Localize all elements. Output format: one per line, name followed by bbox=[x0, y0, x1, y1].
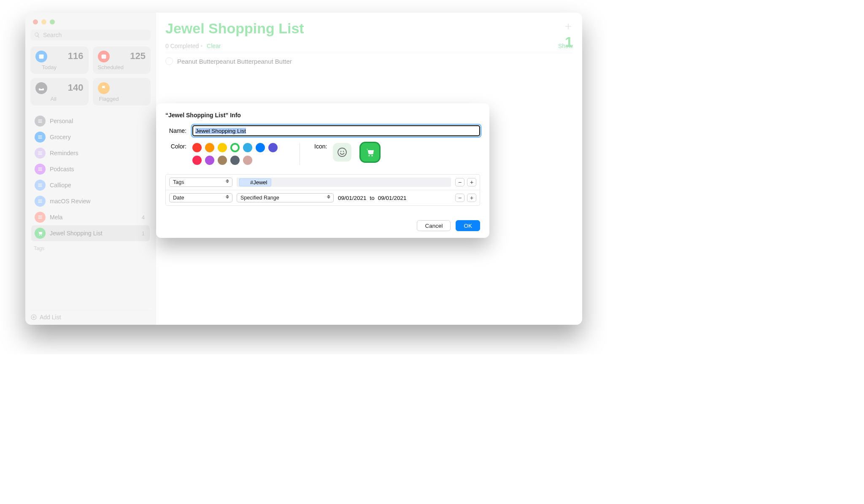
color-label: Color: bbox=[165, 143, 186, 150]
list-info-dialog: “Jewel Shopping List” Info Name: Color: … bbox=[156, 103, 489, 238]
stepper-icon bbox=[226, 179, 230, 183]
minimize-window-button[interactable] bbox=[41, 19, 46, 24]
criteria-row: Date Specified Range 09/01/2021 to 09/01… bbox=[166, 190, 480, 205]
tags-heading: Tags bbox=[30, 241, 151, 253]
svg-point-6 bbox=[338, 148, 346, 156]
today-icon bbox=[35, 51, 47, 62]
list-label: Podcasts bbox=[50, 166, 74, 172]
icon-label: Icon: bbox=[314, 143, 327, 150]
list-icon bbox=[35, 116, 46, 127]
stepper-icon bbox=[226, 195, 230, 199]
tray-icon bbox=[35, 82, 47, 94]
color-swatch[interactable] bbox=[256, 143, 265, 152]
criteria-row: Tags #Jewel − + bbox=[166, 175, 480, 190]
add-criteria-button[interactable]: + bbox=[467, 194, 476, 202]
stepper-icon bbox=[327, 195, 331, 199]
color-swatch[interactable] bbox=[192, 156, 202, 165]
color-swatch[interactable] bbox=[205, 143, 214, 152]
list-label: Grocery bbox=[50, 134, 71, 140]
color-swatch[interactable] bbox=[230, 156, 240, 165]
color-swatches bbox=[192, 143, 285, 165]
plus-circle-icon bbox=[30, 314, 37, 321]
name-label: Name: bbox=[165, 127, 186, 134]
remove-criteria-button[interactable]: − bbox=[455, 178, 464, 186]
list-label: Calliope bbox=[50, 182, 71, 189]
svg-point-7 bbox=[340, 151, 342, 152]
cart-icon bbox=[365, 147, 375, 157]
cancel-button[interactable]: Cancel bbox=[417, 220, 451, 231]
svg-rect-1 bbox=[39, 54, 44, 56]
smart-list-criteria: Tags #Jewel − + Date Specified Range bbox=[165, 174, 480, 206]
emoji-icon-option[interactable] bbox=[333, 143, 351, 162]
search-icon bbox=[34, 32, 40, 38]
clear-completed-button[interactable]: Clear bbox=[207, 43, 221, 49]
svg-rect-2 bbox=[101, 54, 106, 59]
add-list-button[interactable]: Add List bbox=[30, 310, 151, 321]
sidebar-list-item[interactable]: Podcasts bbox=[31, 161, 150, 177]
list-icon bbox=[35, 180, 46, 191]
flag-icon bbox=[98, 82, 110, 94]
list-label: Jewel Shopping List bbox=[50, 230, 103, 237]
smart-list-today[interactable]: 116 Today bbox=[30, 46, 89, 74]
smart-lists: 116 Today 125 Scheduled 140 All bbox=[30, 46, 151, 105]
sidebar-list-item[interactable]: Jewel Shopping List 1 bbox=[31, 225, 150, 241]
tag-token-field[interactable]: #Jewel bbox=[237, 178, 451, 187]
criteria-field-select[interactable]: Date bbox=[169, 193, 232, 202]
close-window-button[interactable] bbox=[33, 19, 38, 24]
reminder-row[interactable]: Peanut Butterpeanut Butterpeanut Butter bbox=[165, 53, 573, 65]
calendar-icon bbox=[98, 51, 110, 62]
name-field[interactable] bbox=[192, 125, 480, 136]
completed-summary: 0 Completed • Clear bbox=[165, 43, 221, 49]
sidebar-list-item[interactable]: Calliope bbox=[31, 177, 150, 193]
color-swatch[interactable] bbox=[192, 143, 202, 152]
date-from-field[interactable]: 09/01/2021 bbox=[338, 195, 367, 201]
smart-list-all[interactable]: 140 All bbox=[30, 78, 89, 105]
list-icon bbox=[35, 228, 46, 239]
svg-point-8 bbox=[343, 151, 344, 152]
tag-token[interactable]: #Jewel bbox=[239, 178, 271, 186]
complete-toggle[interactable] bbox=[165, 57, 173, 65]
sidebar-list-item[interactable]: Mela 4 bbox=[31, 209, 150, 225]
smart-list-scheduled[interactable]: 125 Scheduled bbox=[93, 46, 151, 74]
sidebar-list-item[interactable]: macOS Review bbox=[31, 193, 150, 209]
sidebar-list-item[interactable]: Reminders bbox=[31, 145, 150, 161]
criteria-field-select[interactable]: Tags bbox=[169, 178, 232, 187]
smart-list-flagged[interactable]: Flagged bbox=[93, 78, 151, 105]
svg-point-9 bbox=[369, 155, 370, 156]
list-icon bbox=[35, 164, 46, 175]
search-input[interactable]: Search bbox=[30, 30, 151, 40]
dialog-title: “Jewel Shopping List” Info bbox=[165, 112, 480, 119]
color-swatch[interactable] bbox=[218, 143, 227, 152]
sidebar-list-item[interactable]: Personal bbox=[31, 113, 150, 129]
my-lists: Personal Grocery Reminders Podcasts Call… bbox=[30, 113, 151, 241]
list-label: Reminders bbox=[50, 150, 78, 156]
list-badge: 1 bbox=[142, 230, 146, 237]
zoom-window-button[interactable] bbox=[50, 19, 55, 24]
list-badge: 4 bbox=[142, 214, 146, 221]
color-swatch[interactable] bbox=[243, 143, 252, 152]
svg-point-3 bbox=[39, 235, 40, 236]
color-swatch[interactable] bbox=[268, 143, 278, 152]
list-icon bbox=[35, 132, 46, 143]
smiley-icon bbox=[337, 147, 347, 157]
list-label: Personal bbox=[50, 118, 73, 124]
list-count: 1 bbox=[565, 34, 573, 50]
list-label: Mela bbox=[50, 214, 62, 221]
sidebar-list-item[interactable]: Grocery bbox=[31, 129, 150, 145]
add-criteria-button[interactable]: + bbox=[467, 178, 476, 186]
cart-icon-option[interactable] bbox=[361, 143, 379, 162]
date-to-field[interactable]: 09/01/2021 bbox=[378, 195, 407, 201]
remove-criteria-button[interactable]: − bbox=[455, 194, 464, 202]
reminder-title: Peanut Butterpeanut Butterpeanut Butter bbox=[177, 58, 292, 65]
criteria-mode-select[interactable]: Specified Range bbox=[237, 193, 334, 202]
color-swatch[interactable] bbox=[243, 156, 252, 165]
ok-button[interactable]: OK bbox=[456, 220, 480, 231]
color-swatch[interactable] bbox=[230, 143, 240, 152]
sidebar: Search 116 Today 125 Scheduled 140 bbox=[25, 13, 156, 325]
add-reminder-button[interactable]: ＋ bbox=[563, 19, 574, 33]
color-swatch[interactable] bbox=[218, 156, 227, 165]
svg-point-4 bbox=[41, 235, 42, 236]
search-placeholder: Search bbox=[43, 32, 62, 38]
window-controls bbox=[30, 19, 151, 30]
color-swatch[interactable] bbox=[205, 156, 214, 165]
